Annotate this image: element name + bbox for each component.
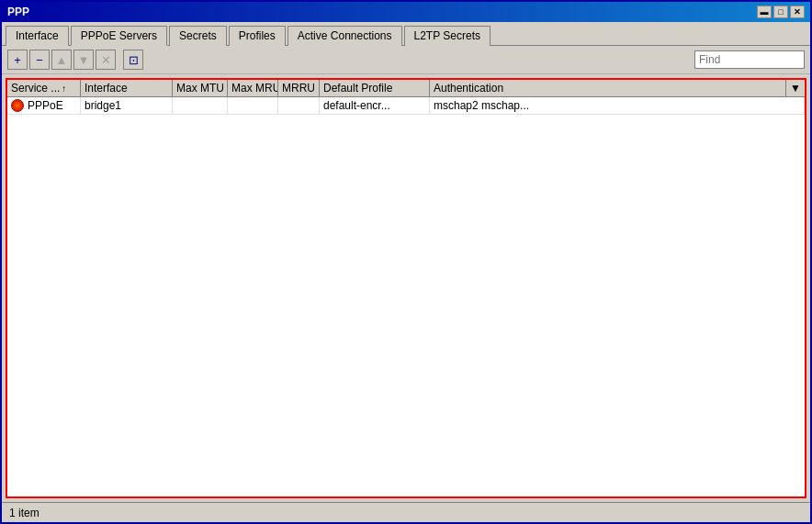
minimize-button[interactable]: ▬ [757, 6, 772, 18]
col-header-maxmtu[interactable]: Max MTU [173, 80, 228, 96]
status-text: 1 item [9, 507, 39, 519]
tab-pppoe-servers[interactable]: PPPoE Servers [71, 26, 167, 46]
tab-profiles[interactable]: Profiles [229, 26, 286, 46]
col-header-dropdown[interactable]: ▼ [786, 80, 805, 96]
title-bar: PPP ▬ □ ✕ [2, 2, 810, 22]
col-header-defaultprofile[interactable]: Default Profile [320, 80, 430, 96]
find-input[interactable] [694, 50, 805, 69]
table-header: Service ... ↑ Interface Max MTU Max MRU … [7, 80, 805, 97]
tab-interface[interactable]: Interface [6, 26, 69, 46]
cell-mrru [278, 97, 320, 114]
up-button[interactable]: ▲ [51, 50, 72, 70]
status-bar: 1 item [2, 502, 810, 522]
title-bar-buttons: ▬ □ ✕ [757, 6, 805, 18]
maximize-button[interactable]: □ [773, 6, 788, 18]
sort-arrow-service: ↑ [62, 84, 66, 94]
table-body: PPPoE bridge1 default-encr... [7, 97, 805, 496]
cell-defaultprofile: default-encr... [320, 97, 430, 114]
content-area: Service ... ↑ Interface Max MTU Max MRU … [6, 78, 806, 498]
close-button[interactable]: ✕ [790, 6, 805, 18]
find-box [694, 50, 805, 69]
tab-secrets[interactable]: Secrets [169, 26, 227, 46]
col-header-service[interactable]: Service ... ↑ [7, 80, 81, 96]
cell-authentication: mschap2 mschap... [430, 97, 805, 114]
col-header-maxmru[interactable]: Max MRU [228, 80, 278, 96]
cell-maxmru [228, 97, 278, 114]
remove-button[interactable]: − [29, 50, 50, 70]
cell-interface: bridge1 [81, 97, 173, 114]
col-header-interface[interactable]: Interface [81, 80, 173, 96]
filter-button[interactable]: ⊡ [123, 50, 143, 70]
window-title: PPP [7, 6, 29, 18]
toolbar: + − ▲ ▼ ✕ ⊡ [2, 46, 810, 74]
down-button[interactable]: ▼ [73, 50, 94, 70]
tab-l2tp-secrets[interactable]: L2TP Secrets [404, 26, 491, 46]
cell-maxmtu [173, 97, 228, 114]
tab-bar: Interface PPPoE Servers Secrets Profiles… [2, 22, 810, 46]
tab-active-connections[interactable]: Active Connections [288, 26, 402, 46]
col-header-mrru[interactable]: MRRU [278, 80, 320, 96]
main-window: PPP ▬ □ ✕ Interface PPPoE Servers Secret… [0, 0, 812, 524]
col-header-authentication[interactable]: Authentication [430, 80, 786, 96]
pppoe-icon [11, 99, 24, 112]
add-button[interactable]: + [7, 50, 28, 70]
cell-service: PPPoE [7, 97, 81, 114]
close-item-button[interactable]: ✕ [96, 50, 116, 70]
table-row[interactable]: PPPoE bridge1 default-encr... [7, 97, 805, 115]
